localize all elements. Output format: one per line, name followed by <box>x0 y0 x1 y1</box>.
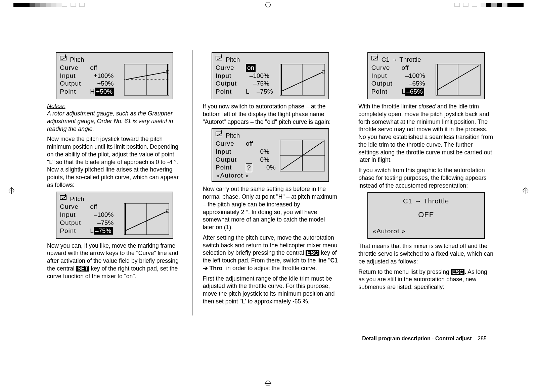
lcd-pitch-h: Pitch Curveoff Input+100% Output+50% Poi… <box>56 52 173 99</box>
lcd-pitch-on: Pitch Curveon Input–100% Output–75% Poin… <box>212 52 329 99</box>
crosshair-left-icon <box>9 188 14 193</box>
lcd-graph <box>124 203 169 235</box>
phase-label: «Autorot » <box>373 228 406 235</box>
lcd-graph <box>280 140 325 172</box>
esc-key: ESC <box>451 269 465 275</box>
curve-icon <box>371 56 378 60</box>
set-key: SET <box>76 266 89 272</box>
lcd-pitch-l: Pitch Curveoff Input–100% Output–75% Poi… <box>56 192 173 239</box>
column-separator <box>192 50 193 315</box>
lcd-c1-throttle: C1 → Throttle Curveoff Input–100% Output… <box>367 52 485 99</box>
crosshair-top-icon <box>265 2 271 7</box>
curve-icon <box>60 195 66 200</box>
col2-p1: If you now switch to autorotation phase … <box>203 103 338 126</box>
lcd-graph <box>436 64 481 96</box>
registration-bar-left <box>13 3 85 7</box>
notice-body: A rotor adjustment gauge, such as the Gr… <box>47 110 182 133</box>
curve-icon <box>216 132 222 136</box>
column-2: Pitch Curveon Input–100% Output–75% Poin… <box>203 50 338 315</box>
column-3: C1 → Throttle Curveoff Input–100% Output… <box>358 50 494 315</box>
phase-label: «Autorot » <box>216 172 249 179</box>
col2-p4: First the adjustment range of the idle t… <box>203 275 338 305</box>
lcd-off-value: OFF <box>368 205 484 219</box>
lcd-off-title: C1 → Throttle <box>368 193 484 205</box>
col1-p2: Now you can, if you like, move the marki… <box>47 242 182 280</box>
esc-key: ESC <box>306 250 319 256</box>
notice-heading: Notice: <box>47 103 182 110</box>
page-content: Pitch Curveoff Input+100% Output+50% Poi… <box>47 50 494 315</box>
footer-title: Detail program description - Control adj… <box>362 336 472 341</box>
lcd-graph <box>280 64 325 96</box>
crosshair-right-icon <box>523 188 528 193</box>
page-footer: Detail program description - Control adj… <box>362 336 487 342</box>
lcd-pitch-autorot: Pitch Curveoff Input0% Output0% Point?0%… <box>212 128 329 182</box>
curve-icon <box>60 56 66 60</box>
col3-p2: If you switch from this graphic to the a… <box>358 166 494 189</box>
col1-p1: Now move the pitch joystick toward the p… <box>47 135 182 189</box>
col3-p3: That means that this mixer is switched o… <box>358 242 494 265</box>
registration-bar-right <box>454 3 524 7</box>
col2-p3: After setting the pitch curve, move the … <box>203 234 338 272</box>
page-number: 285 <box>478 336 487 341</box>
lcd-throttle-off: C1 → Throttle OFF «Autorot » <box>367 192 485 239</box>
crosshair-bottom-icon <box>265 381 271 386</box>
column-1: Pitch Curveoff Input+100% Output+50% Poi… <box>47 50 182 315</box>
column-separator <box>348 50 348 315</box>
col3-p1: With the throttle limiter closed and the… <box>358 103 494 164</box>
curve-icon <box>216 56 222 60</box>
lcd-graph <box>124 64 169 96</box>
col2-p2: Now carry out the same setting as before… <box>203 185 338 231</box>
lcd-title: Pitch <box>70 56 84 64</box>
col3-p4: Return to the menu list by pressing ESC.… <box>358 268 494 291</box>
